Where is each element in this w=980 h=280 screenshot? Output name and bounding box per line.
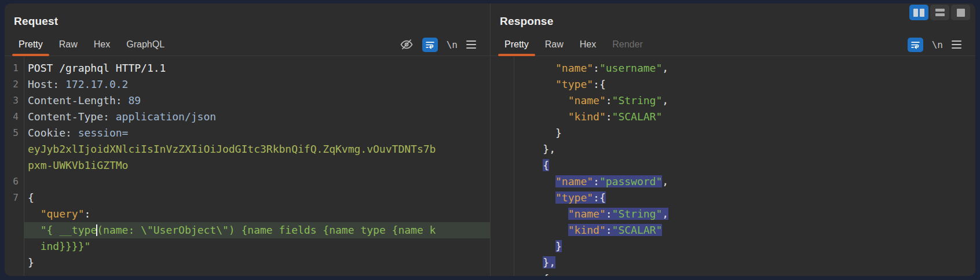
code-segment [518, 62, 555, 74]
line-number [491, 141, 514, 157]
code-row[interactable]: "name":"String", [491, 206, 975, 222]
line-number [5, 157, 24, 174]
code-row[interactable]: }, [491, 255, 975, 271]
code-segment: { [28, 191, 34, 204]
code-row[interactable]: } [491, 125, 975, 141]
word-wrap-icon[interactable] [908, 38, 923, 52]
split-columns-icon[interactable] [909, 5, 928, 20]
line-number [491, 255, 514, 271]
line-number [491, 125, 514, 141]
code-segment: "String" [612, 94, 663, 106]
menu-icon[interactable] [466, 40, 476, 49]
newline-icon[interactable]: \n [447, 39, 458, 50]
code-line: Host: 172.17.0.2 [24, 76, 490, 93]
code-segment: "name" [555, 175, 593, 187]
code-row[interactable]: "{ __type(name: \"UserObject\") {name fi… [5, 222, 490, 238]
code-line: "{ __type(name: \"UserObject\") {name fi… [24, 222, 490, 238]
code-row[interactable]: { [491, 157, 975, 174]
code-segment: POST /graphql HTTP/1.1 [28, 62, 166, 74]
request-tab-raw[interactable]: Raw [51, 34, 86, 56]
request-tab-graphql[interactable]: GraphQL [118, 34, 173, 56]
code-row[interactable]: 6 [5, 174, 490, 190]
line-number [491, 109, 514, 125]
code-segment [518, 159, 543, 171]
code-segment: "{ __type [41, 224, 97, 236]
line-number [5, 238, 24, 255]
line-number: 7 [5, 190, 24, 206]
word-wrap-icon[interactable] [422, 38, 438, 52]
code-row[interactable]: eyJyb2xlIjoidXNlciIsInVzZXIiOiJodGItc3Rk… [5, 141, 490, 157]
code-segment: : [593, 175, 599, 187]
view-layout-switcher [909, 5, 970, 20]
code-segment: "SCALAR" [612, 224, 663, 236]
response-tabbar: Pretty Raw Hex Render \n [491, 34, 975, 56]
response-tab-pretty[interactable]: Pretty [496, 34, 537, 56]
code-segment: "kind" [568, 224, 606, 236]
code-row[interactable]: "kind":"SCALAR" [491, 222, 975, 238]
code-row[interactable]: "type":{ [491, 76, 975, 93]
code-row[interactable]: "name":"String", [491, 93, 975, 109]
code-segment [28, 224, 41, 236]
code-segment [518, 272, 543, 276]
request-tab-hex[interactable]: Hex [86, 34, 118, 56]
response-tab-render[interactable]: Render [604, 34, 650, 56]
request-code: 1POST /graphql HTTP/1.12Host: 172.17.0.2… [5, 60, 490, 271]
single-view-icon[interactable] [951, 5, 970, 20]
code-segment: : [606, 208, 612, 220]
code-row[interactable]: "name":"password", [491, 174, 975, 190]
response-tab-raw[interactable]: Raw [537, 34, 572, 56]
code-segment: { [543, 159, 549, 171]
newline-icon[interactable]: \n [932, 39, 943, 50]
code-row[interactable]: 4Content-Type: application/json [5, 109, 490, 125]
code-line: eyJyb2xlIjoidXNlciIsInVzZXIiOiJodGItc3Rk… [24, 141, 490, 157]
line-number: 6 [5, 174, 24, 190]
code-segment: 172.17.0.2 [65, 78, 128, 90]
code-segment [518, 78, 555, 90]
code-segment: , [662, 62, 668, 74]
code-row[interactable]: "query": [5, 206, 490, 222]
code-row[interactable]: { [491, 271, 975, 276]
split-rows-icon[interactable] [930, 5, 949, 20]
code-segment: } [555, 240, 562, 252]
code-row[interactable]: }, [491, 141, 975, 157]
code-row[interactable]: 7{ [5, 190, 490, 206]
code-line: "kind":"SCALAR" [514, 109, 975, 125]
code-line: "type":{ [514, 76, 975, 93]
code-segment: Content-Length: [28, 94, 128, 106]
eye-slash-icon[interactable] [400, 38, 414, 51]
code-segment: :{ [593, 191, 606, 204]
line-number: 5 [5, 125, 24, 141]
menu-icon[interactable] [952, 40, 961, 49]
line-number: 4 [5, 109, 24, 125]
code-segment [518, 94, 568, 106]
code-line: } [24, 255, 490, 271]
code-segment: "query" [41, 208, 85, 220]
code-row[interactable]: pxm-UWKVb1iGZTMo [5, 157, 490, 174]
code-row[interactable]: 1POST /graphql HTTP/1.1 [5, 60, 490, 76]
response-editor[interactable]: "name":"username", "type":{ "name":"Stri… [491, 57, 975, 276]
code-segment: pxm-UWKVb1iGZTMo [28, 159, 128, 171]
code-line: "name":"String", [514, 206, 975, 222]
line-number [491, 157, 514, 174]
response-tab-hex[interactable]: Hex [572, 34, 604, 56]
code-segment: (name: \"UserObject\") {name fields {nam… [97, 224, 436, 236]
code-row[interactable]: "type":{ [491, 190, 975, 206]
code-row[interactable]: 2Host: 172.17.0.2 [5, 76, 490, 93]
code-segment: } [28, 256, 34, 268]
code-row[interactable]: "name":"username", [491, 60, 975, 76]
code-row[interactable]: } [491, 238, 975, 255]
request-tab-pretty[interactable]: Pretty [10, 34, 51, 56]
code-segment: }, [518, 143, 555, 155]
code-line [24, 174, 490, 190]
line-number [491, 93, 514, 109]
request-editor[interactable]: 1POST /graphql HTTP/1.12Host: 172.17.0.2… [5, 57, 490, 276]
code-row[interactable]: 3Content-Length: 89 [5, 93, 490, 109]
code-row[interactable]: "kind":"SCALAR" [491, 109, 975, 125]
code-segment: "name" [568, 94, 606, 106]
code-row[interactable]: ind}}}}" [5, 238, 490, 255]
code-row[interactable]: 5Cookie: session= [5, 125, 490, 141]
code-row[interactable]: } [5, 255, 490, 271]
line-number [491, 271, 514, 276]
line-number [491, 190, 514, 206]
response-toolbar: \n [908, 34, 970, 56]
